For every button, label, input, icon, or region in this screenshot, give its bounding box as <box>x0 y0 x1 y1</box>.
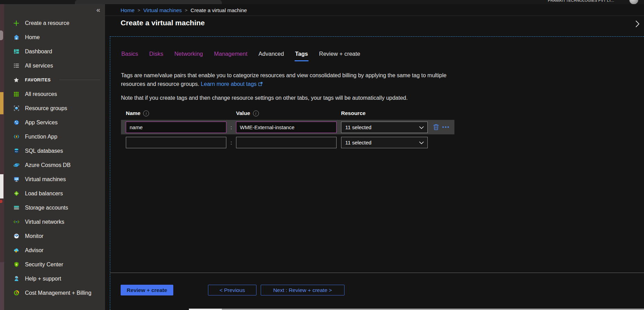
browser-tab-remnant <box>75 0 222 4</box>
main-content: Home > Virtual machines > Create a virtu… <box>105 4 644 310</box>
tab-networking[interactable]: Networking <box>174 51 203 60</box>
sidebar-item-azure-cosmos-db[interactable]: Azure Cosmos DB <box>4 158 105 172</box>
tag-row: : 11 selected ••• <box>121 120 454 134</box>
grid-icon <box>13 91 20 98</box>
headset-person-icon <box>13 275 20 282</box>
tags-table-header: Name i Value i Resource <box>121 110 644 116</box>
shield-icon <box>13 261 20 268</box>
sidebar-item-home[interactable]: Home <box>4 30 105 44</box>
pane-expand-chevron-icon[interactable] <box>635 20 640 29</box>
dashboard-icon <box>13 48 20 55</box>
tags-note: Note that if you create tags and then ch… <box>121 95 644 101</box>
cost-ring-icon: $ <box>13 290 20 296</box>
sidebar: « Create a resource Home Dashboard All s… <box>4 4 105 310</box>
tag-value-input[interactable] <box>236 137 337 148</box>
sidebar-item-virtual-machines[interactable]: Virtual machines <box>4 172 105 186</box>
tags-table: Name i Value i Resource : 11 selected <box>121 110 644 150</box>
star-icon <box>13 77 20 83</box>
column-header-resource: Resource <box>341 110 366 116</box>
advisor-cloud-icon <box>13 247 20 254</box>
sidebar-menu: Create a resource Home Dashboard All ser… <box>4 4 105 300</box>
desktop-edge-strip <box>0 0 4 310</box>
sidebar-item-storage-accounts[interactable]: Storage accounts <box>4 201 105 215</box>
sidebar-item-security-center[interactable]: Security Center <box>4 257 105 272</box>
tab-advanced[interactable]: Advanced <box>258 51 284 60</box>
sidebar-item-resource-groups[interactable]: Resource groups <box>4 101 105 115</box>
breadcrumb-virtual-machines-link[interactable]: Virtual machines <box>143 7 182 13</box>
sidebar-item-advisor[interactable]: Advisor <box>4 243 105 257</box>
chevron-down-icon <box>419 140 424 145</box>
footer-divider <box>110 273 644 273</box>
tag-value-input[interactable] <box>236 122 337 133</box>
wizard-tabs: Basics Disks Networking Management Advan… <box>121 51 644 61</box>
breadcrumb: Home > Virtual machines > Create a virtu… <box>121 7 247 13</box>
planet-icon <box>13 162 20 169</box>
external-link-icon <box>258 81 263 87</box>
info-icon[interactable]: i <box>253 110 259 116</box>
tag-row-empty: : 11 selected <box>121 135 454 150</box>
list-icon <box>13 62 20 69</box>
sidebar-item-sql-databases[interactable]: SQL SQL databases <box>4 144 105 158</box>
sidebar-item-function-app[interactable]: Function App <box>4 130 105 144</box>
sidebar-item-dashboard[interactable]: Dashboard <box>4 44 105 59</box>
window-fragment <box>0 174 3 198</box>
home-icon <box>13 34 20 41</box>
review-create-button[interactable]: Review + create <box>121 285 173 295</box>
breadcrumb-separator: > <box>138 8 140 13</box>
network-icon <box>13 219 20 225</box>
window-fragment <box>0 262 4 310</box>
svg-text:$: $ <box>16 292 17 294</box>
learn-more-link[interactable]: Learn more about tags <box>201 81 256 87</box>
breadcrumb-home-link[interactable]: Home <box>121 7 134 13</box>
sidebar-item-load-balancers[interactable]: Load balancers <box>4 186 105 201</box>
sidebar-item-virtual-networks[interactable]: Virtual networks <box>4 215 105 229</box>
next-button[interactable]: Next : Review + create > <box>261 285 345 295</box>
tags-tab-panel: Basics Disks Networking Management Advan… <box>110 36 644 310</box>
tags-description: Tags are name/value pairs that enable yo… <box>121 71 449 89</box>
breadcrumb-current: Create a virtual machine <box>191 7 247 13</box>
tag-name-input[interactable] <box>126 137 226 148</box>
sidebar-collapse-icon[interactable]: « <box>96 6 100 13</box>
tab-review-create[interactable]: Review + create <box>319 51 361 60</box>
tab-management[interactable]: Management <box>214 51 248 60</box>
column-header-name: Name i <box>126 110 236 116</box>
storage-icon <box>13 204 20 211</box>
sidebar-item-all-services[interactable]: All services <box>4 59 105 73</box>
tab-disks[interactable]: Disks <box>149 51 164 60</box>
column-header-value: Value i <box>236 110 341 116</box>
tag-name-input[interactable] <box>126 122 226 133</box>
avatar[interactable] <box>629 0 638 4</box>
cube-brackets-icon <box>13 105 20 112</box>
monitor-screen-icon <box>13 176 20 183</box>
load-balancer-icon <box>13 190 20 197</box>
sidebar-item-help-support[interactable]: Help + support <box>4 272 105 286</box>
breadcrumb-separator: > <box>185 8 188 13</box>
tab-basics[interactable]: Basics <box>121 51 139 60</box>
previous-button[interactable]: < Previous <box>208 285 256 295</box>
window-fragment <box>0 92 3 114</box>
row-more-options-ellipsis[interactable]: ••• <box>442 124 450 130</box>
lightning-icon <box>13 133 20 140</box>
database-icon: SQL <box>13 148 20 154</box>
globe-icon <box>13 119 20 126</box>
chevron-down-icon <box>419 124 424 130</box>
sidebar-item-monitor[interactable]: Monitor <box>4 229 105 243</box>
top-bar: PRAMATI TECHNOLOGIES PVT LT... <box>0 0 644 4</box>
sidebar-section-favorites: FAVORITES <box>4 73 105 87</box>
sidebar-item-create-a-resource[interactable]: Create a resource <box>4 16 105 30</box>
info-icon[interactable]: i <box>143 110 149 116</box>
sidebar-item-all-resources[interactable]: All resources <box>4 87 105 101</box>
delete-row-trash-icon[interactable] <box>432 123 441 131</box>
horizontal-scrollbar-track[interactable] <box>189 309 222 310</box>
window-fragment <box>0 200 2 203</box>
resource-dropdown[interactable]: 11 selected <box>341 122 428 133</box>
tab-tags[interactable]: Tags <box>295 51 308 61</box>
plus-icon <box>13 20 20 27</box>
horizontal-scrollbar[interactable] <box>222 309 644 310</box>
sidebar-item-cost-management-billing[interactable]: $ Cost Management + Billing <box>4 286 105 300</box>
tenant-name: PRAMATI TECHNOLOGIES PVT LT... <box>548 0 614 2</box>
resource-dropdown[interactable]: 11 selected <box>341 137 428 148</box>
svg-text:SQL: SQL <box>15 151 18 152</box>
gauge-icon <box>13 233 20 240</box>
sidebar-item-app-services[interactable]: App Services <box>4 115 105 130</box>
